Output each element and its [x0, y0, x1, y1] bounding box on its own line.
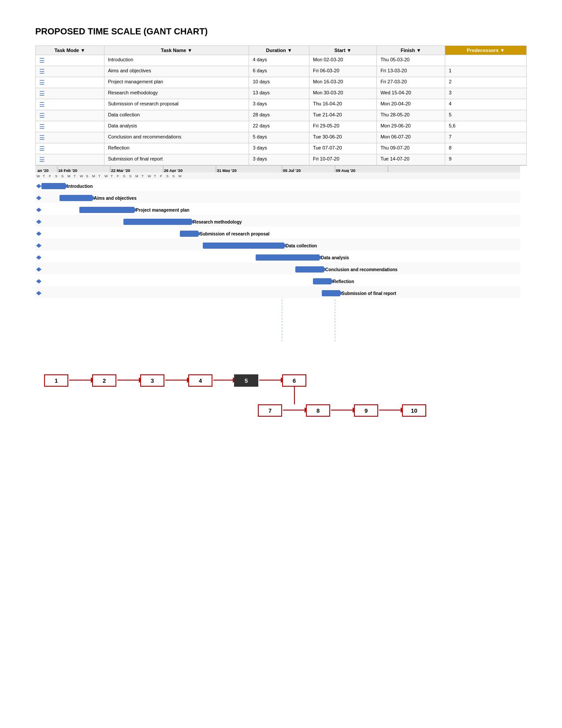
task-duration-cell: 4 days: [249, 55, 309, 66]
gantt-chart-area: an '20 16 Feb '20 22 Mar '20 26 Apr '20 …: [35, 165, 527, 343]
svg-text:an '20: an '20: [37, 168, 48, 173]
task-finish-cell: Thu 09-07-20: [377, 143, 445, 154]
svg-text:S: S: [166, 174, 168, 178]
svg-rect-54: [35, 215, 520, 227]
task-pred-cell: 9: [445, 154, 527, 165]
task-mode-cell: ☰: [36, 55, 104, 66]
svg-text:Research methodology: Research methodology: [193, 220, 242, 224]
svg-rect-80: [322, 290, 340, 296]
task-finish-cell: Mon 06-07-20: [377, 132, 445, 143]
task-mode-cell: ☰: [36, 143, 104, 154]
table-row: ☰ Project management plan 10 days Mon 16…: [36, 77, 527, 88]
svg-text:S: S: [123, 174, 125, 178]
col-task-mode[interactable]: Task Mode ▼: [36, 46, 104, 55]
task-name-cell: Conclusion and recommendations: [104, 132, 249, 143]
svg-text:22 Mar '20: 22 Mar '20: [111, 168, 130, 173]
svg-rect-58: [35, 227, 520, 239]
task-pred-cell: 7: [445, 132, 527, 143]
table-row: ☰ Submission of research proposal 3 days…: [36, 99, 527, 110]
svg-text:S: S: [61, 174, 63, 178]
svg-rect-60: [180, 231, 198, 237]
svg-rect-72: [295, 266, 324, 273]
svg-rect-44: [41, 183, 66, 189]
cp-node-3: 3: [140, 374, 164, 387]
cp-node-1: 1: [44, 374, 68, 387]
task-pred-cell: 5,6: [445, 121, 527, 132]
task-pred-cell: 8: [445, 143, 527, 154]
svg-text:Reflection: Reflection: [333, 279, 354, 284]
table-row: ☰ Research methodology 13 days Mon 30-03…: [36, 88, 527, 99]
task-finish-cell: Mon 29-06-20: [377, 121, 445, 132]
cp-vertical-line: [294, 387, 295, 404]
svg-text:S: S: [172, 174, 175, 178]
task-duration-cell: 6 days: [249, 66, 309, 77]
task-name-cell: Data collection: [104, 110, 249, 121]
page-title: PROPOSED TIME SCALE (GANT CHART): [35, 26, 527, 37]
col-finish[interactable]: Finish ▼: [377, 46, 445, 55]
svg-text:F: F: [49, 174, 51, 178]
task-duration-cell: 3 days: [249, 154, 309, 165]
table-row: ☰ Data analysis 22 days Fri 29-05-20 Mon…: [36, 121, 527, 132]
svg-rect-48: [60, 195, 93, 201]
task-start-cell: Thu 16-04-20: [309, 99, 376, 110]
svg-text:W: W: [80, 174, 83, 178]
task-name-cell: Introduction: [104, 55, 249, 66]
table-row: ☰ Data collection 28 days Tue 21-04-20 T…: [36, 110, 527, 121]
svg-text:M: M: [92, 174, 95, 178]
svg-text:F: F: [160, 174, 162, 178]
cp-arrow-2-3: [117, 380, 139, 381]
task-start-cell: Mon 02-03-20: [309, 55, 376, 66]
task-duration-cell: 3 days: [249, 99, 309, 110]
svg-text:Conclusion and recommendations: Conclusion and recommendations: [325, 267, 398, 272]
task-pred-cell: [445, 55, 527, 66]
cp-node-10: 10: [402, 404, 426, 417]
task-duration-cell: 28 days: [249, 110, 309, 121]
svg-point-91: [339, 291, 342, 295]
col-predecessors[interactable]: Predecessors ▼: [445, 46, 527, 55]
gantt-table: Task Mode ▼ Task Name ▼ Duration ▼ Start…: [35, 45, 527, 165]
table-row: ☰ Conclusion and recommendations 5 days …: [36, 132, 527, 143]
col-task-name[interactable]: Task Name ▼: [104, 46, 249, 55]
task-mode-cell: ☰: [36, 99, 104, 110]
svg-text:W: W: [104, 174, 108, 178]
table-row: ☰ Aims and objectives 6 days Fri 06-03-2…: [36, 66, 527, 77]
gantt-svg: an '20 16 Feb '20 22 Mar '20 26 Apr '20 …: [35, 166, 520, 342]
cp-node-7: 7: [258, 404, 282, 417]
svg-text:T: T: [154, 174, 156, 178]
task-finish-cell: Fri 27-03-20: [377, 77, 445, 88]
task-pred-cell: 1: [445, 66, 527, 77]
svg-rect-64: [203, 243, 284, 249]
cp-node-6: 6: [282, 374, 306, 387]
svg-text:T: T: [43, 174, 45, 178]
svg-text:S: S: [86, 174, 88, 178]
svg-rect-78: [35, 286, 520, 298]
task-pred-cell: 5: [445, 110, 527, 121]
svg-text:M: M: [135, 174, 138, 178]
table-row: ☰ Submission of final report 3 days Fri …: [36, 154, 527, 165]
task-start-cell: Tue 07-07-20: [309, 143, 376, 154]
task-duration-cell: 13 days: [249, 88, 309, 99]
svg-text:Submission of research proposa: Submission of research proposal: [200, 231, 270, 236]
svg-text:M: M: [67, 174, 71, 178]
svg-rect-70: [35, 262, 520, 274]
task-start-cell: Mon 16-03-20: [309, 77, 376, 88]
svg-text:W: W: [148, 174, 151, 178]
task-pred-cell: 3: [445, 88, 527, 99]
task-duration-cell: 22 days: [249, 121, 309, 132]
task-finish-cell: Wed 15-04-20: [377, 88, 445, 99]
task-start-cell: Tue 21-04-20: [309, 110, 376, 121]
svg-text:Data collection: Data collection: [286, 243, 317, 248]
cp-node-9: 9: [354, 404, 378, 417]
task-mode-cell: ☰: [36, 110, 104, 121]
cp-node-8: 8: [306, 404, 330, 417]
task-name-cell: Submission of research proposal: [104, 99, 249, 110]
task-mode-cell: ☰: [36, 66, 104, 77]
task-start-cell: Mon 30-03-20: [309, 88, 376, 99]
svg-text:T: T: [74, 174, 76, 178]
col-duration[interactable]: Duration ▼: [249, 46, 309, 55]
cp-arrow-8-9: [331, 410, 353, 411]
task-start-cell: Tue 30-06-20: [309, 132, 376, 143]
svg-text:Data analysis: Data analysis: [321, 255, 349, 260]
col-start[interactable]: Start ▼: [309, 46, 376, 55]
svg-rect-52: [79, 207, 134, 213]
